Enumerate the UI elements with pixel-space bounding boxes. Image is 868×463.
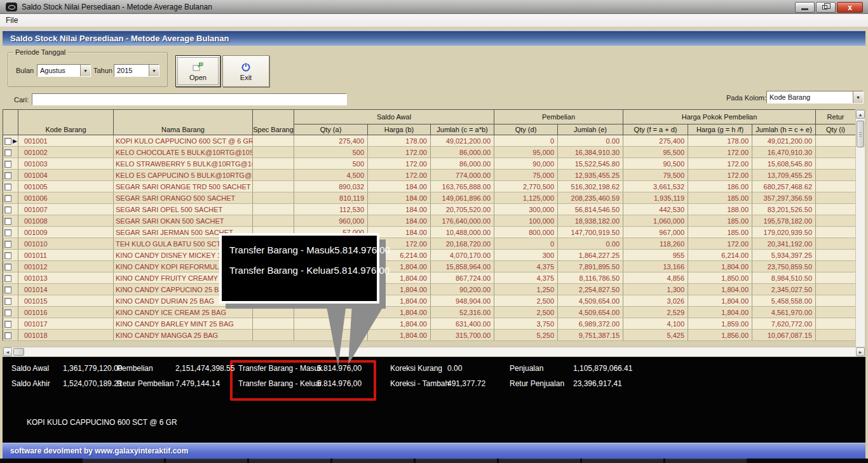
cell-f[interactable]: 1,300 bbox=[623, 284, 688, 295]
cell-f[interactable]: 3,026 bbox=[623, 295, 688, 307]
vertical-scrollbar[interactable]: ▲ ▼ bbox=[855, 109, 865, 370]
row-checkbox[interactable] bbox=[4, 229, 11, 236]
minimize-button[interactable] bbox=[795, 2, 815, 13]
cell-d[interactable]: 300,000 bbox=[494, 204, 558, 215]
scroll-right-button[interactable]: ► bbox=[856, 347, 865, 356]
cell-d[interactable]: 4,375 bbox=[494, 272, 558, 284]
row-selector-cell[interactable] bbox=[3, 227, 18, 238]
table-row[interactable]: 001007SEGAR SARI OPEL 500 SACHET112,5301… bbox=[3, 204, 856, 215]
cell-c[interactable]: 163,765,888.00 bbox=[431, 181, 494, 192]
cell-kode[interactable]: 001018 bbox=[18, 330, 114, 341]
cell-g[interactable]: 1,859.00 bbox=[688, 318, 752, 330]
cell-nama[interactable]: SEGAR SARI ORANGE TRD 500 SACHET bbox=[114, 181, 253, 192]
cell-nama[interactable]: KOPI KULO CAPPUCINO 600 SCT @ 6 GR bbox=[114, 135, 253, 147]
cell-kode[interactable]: 001015 bbox=[18, 295, 114, 307]
cell-kode[interactable]: 001012 bbox=[18, 261, 114, 272]
cell-nama[interactable]: KINO CANDY MANGGA 25 BAG bbox=[114, 330, 253, 341]
cell-f[interactable]: 1,060,000 bbox=[623, 215, 688, 227]
cell-a[interactable]: 500 bbox=[294, 158, 368, 170]
tahun-select[interactable]: 2015 ▼ bbox=[114, 64, 159, 77]
cell-a[interactable]: 275,400 bbox=[294, 135, 368, 147]
cell-d[interactable]: 0 bbox=[494, 238, 558, 250]
table-row[interactable]: 001008SEGAR SARI OKAN 500 SACHET960,0001… bbox=[3, 215, 856, 227]
cell-i[interactable] bbox=[816, 261, 856, 272]
row-checkbox[interactable] bbox=[4, 195, 11, 202]
table-row[interactable]: 001005SEGAR SARI ORANGE TRD 500 SACHET89… bbox=[3, 181, 856, 192]
cell-c[interactable]: 20,705,520.00 bbox=[431, 204, 494, 215]
cell-h[interactable]: 16,470,910.30 bbox=[752, 147, 816, 158]
row-checkbox[interactable] bbox=[4, 332, 11, 339]
cell-i[interactable] bbox=[816, 181, 856, 192]
cell-e[interactable]: 18,938,182.00 bbox=[558, 215, 623, 227]
cell-spec[interactable] bbox=[253, 135, 294, 147]
cell-c[interactable]: 86,000.00 bbox=[431, 147, 494, 158]
cell-e[interactable]: 12,935,455.25 bbox=[558, 170, 623, 181]
cell-f[interactable]: 118,260 bbox=[623, 238, 688, 250]
cell-d[interactable]: 5,250 bbox=[494, 330, 558, 341]
cell-c[interactable]: 315,700.00 bbox=[431, 330, 494, 341]
cell-i[interactable] bbox=[816, 272, 856, 284]
table-row[interactable]: 001002KELO CHOCOLATE 5 BULK@10RTG@10SC50… bbox=[3, 147, 856, 158]
row-checkbox[interactable] bbox=[4, 161, 11, 168]
cell-kode[interactable]: 001005 bbox=[18, 181, 114, 192]
cell-f[interactable]: 90,500 bbox=[623, 158, 688, 170]
row-selector-cell[interactable] bbox=[3, 147, 18, 158]
cell-c[interactable]: 49,021,200.00 bbox=[431, 135, 494, 147]
cell-spec[interactable] bbox=[253, 204, 294, 215]
cell-e[interactable]: 4,509,654.00 bbox=[558, 307, 623, 318]
cell-a[interactable]: 112,530 bbox=[294, 204, 368, 215]
cell-d[interactable]: 3,750 bbox=[494, 318, 558, 330]
restore-button[interactable] bbox=[816, 2, 836, 13]
row-selector-cell[interactable] bbox=[3, 330, 18, 341]
row-selector-cell[interactable] bbox=[3, 181, 18, 192]
cell-i[interactable] bbox=[816, 147, 856, 158]
cell-d[interactable]: 4,375 bbox=[494, 261, 558, 272]
cell-c[interactable]: 631,400.00 bbox=[431, 318, 494, 330]
cell-c[interactable]: 149,061,896.00 bbox=[431, 192, 494, 204]
cell-f[interactable]: 2,529 bbox=[623, 307, 688, 318]
header-jumlah-h[interactable]: Jumlah (h = c + e) bbox=[752, 124, 816, 135]
cell-g[interactable]: 178.00 bbox=[688, 135, 752, 147]
cell-i[interactable] bbox=[816, 330, 856, 341]
row-checkbox[interactable] bbox=[4, 218, 11, 225]
cell-d[interactable]: 90,000 bbox=[494, 158, 558, 170]
cell-g[interactable]: 1,804.00 bbox=[688, 307, 752, 318]
cell-e[interactable]: 147,700,919.50 bbox=[558, 227, 623, 238]
close-button[interactable]: x bbox=[837, 2, 863, 13]
table-row[interactable]: 001004KELO ES CAPPUCINO 5 BULK@10RTG@10S… bbox=[3, 170, 856, 181]
cell-h[interactable]: 83,201,526.50 bbox=[752, 204, 816, 215]
header-jumlah-c[interactable]: Jumlah (c = a*b) bbox=[431, 124, 494, 135]
cell-d[interactable]: 100,000 bbox=[494, 215, 558, 227]
cell-i[interactable] bbox=[816, 215, 856, 227]
cell-h[interactable]: 13,709,455.25 bbox=[752, 170, 816, 181]
cell-h[interactable]: 49,021,200.00 bbox=[752, 135, 816, 147]
row-checkbox[interactable] bbox=[4, 241, 11, 248]
cell-f[interactable]: 79,500 bbox=[623, 170, 688, 181]
cell-h[interactable]: 7,620,772.00 bbox=[752, 318, 816, 330]
table-row[interactable]: 001010TEH KULO GULA BATU 500 SCT172.0020… bbox=[3, 238, 856, 250]
cell-h[interactable]: 5,458,558.00 bbox=[752, 295, 816, 307]
cell-f[interactable]: 442,530 bbox=[623, 204, 688, 215]
row-selector-cell[interactable] bbox=[3, 215, 18, 227]
cell-kode[interactable]: 001010 bbox=[18, 238, 114, 250]
cell-h[interactable]: 195,578,182.00 bbox=[752, 215, 816, 227]
table-row[interactable]: 001015KINO CANDY DURIAN 25 BAG1,804.0094… bbox=[3, 295, 856, 307]
table-row[interactable]: ▶001001KOPI KULO CAPPUCINO 600 SCT @ 6 G… bbox=[3, 135, 856, 147]
cell-kode[interactable]: 001011 bbox=[18, 250, 114, 261]
cell-nama[interactable]: KELO STRAWBERRY 5 BULK@10RTG@10SC bbox=[114, 158, 253, 170]
row-selector-cell[interactable] bbox=[3, 272, 18, 284]
cell-c[interactable]: 90,200.00 bbox=[431, 284, 494, 295]
table-row[interactable]: 001016KINO CANDY ICE CREAM 25 BAG1,804.0… bbox=[3, 307, 856, 318]
header-jumlah-e[interactable]: Jumlah (e) bbox=[558, 124, 623, 135]
cell-i[interactable] bbox=[816, 250, 856, 261]
horizontal-scrollbar[interactable]: ◄ ► bbox=[3, 347, 865, 357]
row-checkbox[interactable] bbox=[4, 309, 11, 316]
cell-a[interactable]: 4,500 bbox=[294, 170, 368, 181]
cell-b[interactable]: 184.00 bbox=[368, 181, 431, 192]
table-row[interactable]: 001013KINO CANDY FRUITY CREAMY 21,804.00… bbox=[3, 272, 856, 284]
row-checkbox[interactable] bbox=[4, 286, 11, 293]
cell-h[interactable]: 2,345,027.50 bbox=[752, 284, 816, 295]
header-harga-g[interactable]: Harga (g = h /f) bbox=[688, 124, 752, 135]
header-qty-a[interactable]: Qty (a) bbox=[294, 124, 368, 135]
cell-e[interactable]: 516,302,198.62 bbox=[558, 181, 623, 192]
